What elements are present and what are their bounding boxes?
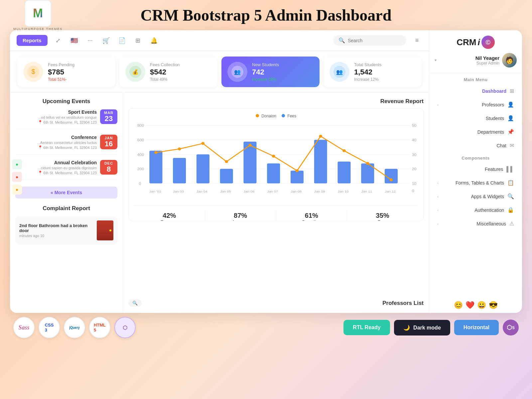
- menu-icon[interactable]: ≡: [412, 35, 422, 46]
- students-icon: 👤: [507, 115, 514, 121]
- fees-pending-icon: $: [23, 62, 43, 82]
- svg-rect-27: [220, 169, 233, 184]
- nav-item-professors[interactable]: ‹ Professors 👤: [432, 98, 519, 111]
- logo-area: M MULTIPURPOSE THEMES: [13, 0, 63, 31]
- nav-item-features[interactable]: Features ▌▌: [432, 163, 519, 176]
- dots-icon[interactable]: ···: [85, 35, 95, 46]
- chart-stat-income: 87% Income COMPARED TO LAST YEAR: [205, 210, 276, 221]
- nav-item-authentication[interactable]: ‹ Authentication 🔒: [432, 203, 519, 216]
- side-icon-red[interactable]: ●: [12, 172, 22, 182]
- nav-item-forms[interactable]: ‹ Forms, Tables & Charts 📋: [432, 176, 519, 189]
- stat-card-new-students: 👥 New Students 742 Increase 09%: [221, 57, 320, 87]
- user-area: ▾ Nil Yeager Super Admin 🧑: [435, 53, 517, 67]
- stat-info-new-students: New Students 742 Increase 09%: [252, 62, 314, 82]
- reports-button[interactable]: Reports: [17, 35, 48, 46]
- event-badge-conference: JAN 16: [100, 135, 117, 149]
- nav-item-dashboard[interactable]: Dashboard ⊞: [432, 84, 519, 97]
- nav-item-students[interactable]: Students 👤: [432, 112, 519, 125]
- event-desc-conference: ...Aenean consectetur ultricies luctus: [15, 141, 97, 145]
- side-icon-yellow[interactable]: ●: [12, 185, 22, 195]
- tech-badge-sass[interactable]: Sass: [13, 317, 35, 338]
- chart-legend: Donaion Fees: [134, 114, 418, 118]
- stat-sub-total-students: Increase 12%: [354, 77, 416, 82]
- svg-text:200: 200: [137, 167, 144, 171]
- rtl-ready-button[interactable]: RTL Ready: [343, 320, 390, 335]
- svg-text:20: 20: [412, 167, 417, 171]
- nav-item-apps[interactable]: ‹ Apps & Widgets 🔍: [432, 190, 519, 203]
- tech-badge-jquery[interactable]: jQuery: [64, 317, 85, 338]
- professors-list-title: Professors List: [382, 300, 424, 307]
- tech-badges-row: Sass CSS3 jQuery HTML5 ⬡: [13, 317, 136, 338]
- dashboard-wrap: Reports ⤢ 🇺🇸 ··· 🛒 📄 ⊞ 🔔 🔍 ≡: [10, 30, 522, 313]
- stat-value-total-students: 1,542: [354, 68, 416, 76]
- flag-icon[interactable]: 🇺🇸: [69, 35, 79, 46]
- search-input[interactable]: [348, 38, 401, 43]
- horizontal-button[interactable]: Horizontal: [454, 320, 499, 335]
- chart-stat-donation: 61% Donation COMPARED TO LAST YEAR: [276, 210, 347, 221]
- stat-card-total-students: 👥 Total Students 1,542 Increase 12%: [324, 57, 422, 87]
- moon-icon: 🌙: [403, 325, 410, 331]
- table-icon[interactable]: ⊞: [133, 35, 143, 46]
- svg-text:👥: 👥: [234, 69, 241, 75]
- svg-point-38: [225, 160, 228, 163]
- legend-dot-donation: [256, 114, 259, 117]
- file-icon[interactable]: 📄: [117, 35, 127, 46]
- chart-stats-row: 42% Expense COMPARED TO LAST YEAR 87% In…: [134, 205, 418, 221]
- departments-icon: 📌: [507, 129, 514, 135]
- emoji-row: 😊 ❤️ 😀 😎: [429, 298, 522, 313]
- svg-rect-31: [314, 140, 327, 184]
- svg-text:10: 10: [412, 182, 417, 185]
- user-role: Super Admin: [439, 61, 499, 66]
- svg-rect-26: [197, 154, 209, 183]
- stat-label-total-students: Total Students: [354, 62, 416, 67]
- professors-search[interactable]: 🔍: [128, 299, 142, 307]
- forms-icon: 📋: [507, 180, 514, 186]
- crmi-i: i: [477, 37, 480, 48]
- svg-point-45: [390, 178, 393, 181]
- authentication-icon: 🔒: [507, 207, 514, 213]
- professors-section: 🔍 Professors List: [123, 296, 429, 313]
- nav-item-departments[interactable]: Departments 📌: [432, 125, 519, 138]
- badge-5-button[interactable]: ⬡ 5: [503, 320, 519, 335]
- nav-item-chat[interactable]: Chat ✉: [432, 139, 519, 152]
- stat-label-new-students: New Students: [252, 62, 314, 67]
- tech-badge-css[interactable]: CSS3: [39, 317, 60, 338]
- main-content: Reports ⤢ 🇺🇸 ··· 🛒 📄 ⊞ 🔔 🔍 ≡: [10, 30, 429, 313]
- stat-card-fees-collection: 💰 Fees Collection $542 Total 49%: [119, 57, 217, 87]
- dark-mode-button[interactable]: 🌙 Dark mode: [394, 320, 450, 335]
- svg-text:Jan 05: Jan 05: [220, 190, 231, 193]
- bell-icon[interactable]: 🔔: [149, 35, 159, 46]
- tech-badge-html[interactable]: HTML5: [89, 317, 110, 338]
- cart-icon[interactable]: 🛒: [101, 35, 111, 46]
- side-icon-green[interactable]: ●: [12, 159, 22, 169]
- svg-text:600: 600: [137, 138, 144, 142]
- events-panel-title: Upcoming Events: [15, 98, 117, 105]
- event-location-sport: 📍 6th St. Melbourne, FL 32904 123: [15, 120, 97, 124]
- stat-value-new-students: 742: [252, 68, 314, 76]
- stats-row: $ Fees Pending $785 Total 51%- 💰: [10, 51, 429, 93]
- right-panel: CRM i © ▾ Nil Yeager Super Admin 🧑 Main …: [429, 30, 522, 313]
- header-row: Reports ⤢ 🇺🇸 ··· 🛒 📄 ⊞ 🔔 🔍 ≡: [10, 30, 429, 51]
- complaint-item-title: 2nd floor Bathroom had a broken door: [19, 223, 93, 233]
- more-events-button[interactable]: « More Events: [15, 187, 117, 199]
- professors-icon: 👤: [507, 101, 514, 108]
- svg-text:Jan 08: Jan 08: [291, 190, 302, 193]
- right-top: CRM i © ▾ Nil Yeager Super Admin 🧑: [429, 30, 522, 73]
- event-item-conference: Conference ...Aenean consectetur ultrici…: [15, 135, 117, 155]
- event-badge-sport: MAR 23: [100, 109, 117, 124]
- svg-text:0: 0: [412, 189, 414, 193]
- tech-badge-5[interactable]: ⬡: [114, 317, 136, 338]
- svg-point-41: [296, 169, 299, 172]
- complaint-item: 2nd floor Bathroom had a broken door min…: [15, 216, 117, 244]
- stat-sub-new-students: Increase 09%: [252, 77, 314, 82]
- nav-item-misc[interactable]: ‹ Miscellaneous ⚠: [432, 217, 519, 230]
- svg-point-40: [272, 155, 275, 158]
- logo-m: M: [33, 6, 43, 20]
- event-item-sport: Sport Events ...od tellus vel ex vestibu…: [15, 109, 117, 129]
- svg-point-35: [154, 151, 158, 154]
- svg-text:Jan 10: Jan 10: [337, 190, 348, 193]
- expand-icon[interactable]: ⤢: [53, 35, 64, 46]
- features-icon: ▌▌: [506, 166, 514, 172]
- svg-text:30: 30: [412, 153, 417, 156]
- stat-info-fees-collection: Fees Collection $542 Total 49%: [150, 62, 211, 82]
